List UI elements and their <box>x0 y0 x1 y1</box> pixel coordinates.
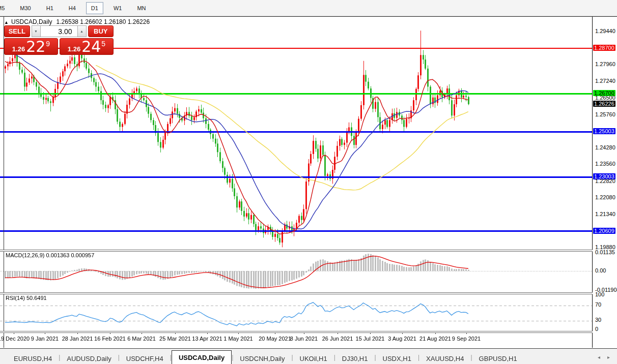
price-tick-label: 1.27960 <box>595 61 615 67</box>
chart-tab-eurusd-h4[interactable]: EURUSD,H4 <box>7 352 59 364</box>
price-level-badge: 1.28700 <box>593 45 615 51</box>
timeframe-button-m30[interactable]: M30 <box>15 2 36 14</box>
tab-scroll-right-icon[interactable]: ▸ <box>607 354 610 360</box>
price-axis: 1.294401.287001.279601.272401.267001.265… <box>593 17 617 348</box>
chart-symbol-period: USDCAD,Daily <box>11 18 52 25</box>
macd-panel-splitter[interactable] <box>0 250 617 252</box>
price-level-badge: 1.20609 <box>593 228 615 234</box>
rsi-tick-label: 70 <box>595 301 601 308</box>
rsi-tick-label: 100 <box>595 291 604 297</box>
rsi-tick-label: 0 <box>595 326 598 332</box>
buy-price-main: 24 <box>81 39 101 54</box>
timeframe-button-h1[interactable]: H1 <box>41 2 59 14</box>
chart-tab-dj30-h1[interactable]: DJ30,H1 <box>335 352 375 364</box>
price-tick-label: 1.26500 <box>595 95 615 101</box>
buy-button[interactable]: BUY <box>88 25 114 37</box>
price-tick-label: 1.22820 <box>595 178 615 184</box>
sell-price-main: 22 <box>26 39 45 54</box>
chart-tab-xauusd-h4[interactable]: XAUUSD,H4 <box>419 352 470 364</box>
rsi-panel-splitter[interactable] <box>0 292 617 294</box>
timeframe-button-d1[interactable]: D1 <box>86 2 103 14</box>
collapse-triangle-icon[interactable]: ▲ <box>4 20 9 25</box>
chart-tab-usdcad-daily[interactable]: USDCAD,Daily <box>172 350 232 364</box>
timeframe-button-mn[interactable]: MN <box>132 2 151 14</box>
price-tick-label: 1.23560 <box>595 161 615 167</box>
macd-indicator-label: MACD(12,26,9) 0.001363 0.000957 <box>6 252 94 258</box>
price-level-badge: 1.26226 <box>593 101 615 107</box>
chart-tab-bar: EURUSD,H4|AUDUSD,Daily|USDCHF,H4|USDCAD,… <box>0 348 617 364</box>
chart-tab-usdcnh-daily[interactable]: USDCNH,Daily <box>233 352 291 364</box>
sell-price-pip: 9 <box>46 40 50 48</box>
timeframe-button-m5[interactable]: M5 <box>0 2 10 14</box>
date-axis-splitter <box>0 331 617 333</box>
chart-tab-ukoil-h1[interactable]: UKOil,H1 <box>293 352 334 364</box>
macd-tick-label: 0.01135 <box>595 249 615 255</box>
volume-decrease-button[interactable]: ▼ <box>32 25 41 37</box>
chart-tab-usdchf-h4[interactable]: USDCHF,H4 <box>120 352 170 364</box>
timeframe-button-w1[interactable]: W1 <box>108 2 127 14</box>
tab-scroll-left-icon[interactable]: ◂ <box>598 354 600 360</box>
price-tick-label: 1.22080 <box>595 194 615 200</box>
macd-tick-label: 0.00 <box>595 267 606 274</box>
buy-price-pip: 5 <box>101 40 105 48</box>
chart-ohlc-values: 1.26538 1.26602 1.26180 1.26226 <box>57 18 150 25</box>
price-level-badge: 1.25003 <box>593 128 615 134</box>
timeframe-toolbar: M5M30H1H4D1W1MN <box>0 0 617 16</box>
chart-left-border <box>4 17 4 348</box>
chart-title: ▲USDCAD,Daily1.26538 1.26602 1.26180 1.2… <box>4 18 150 25</box>
price-tick-label: 1.25760 <box>595 111 615 117</box>
sell-price-prefix: 1.26 <box>12 45 25 53</box>
chart-tab-usdx-h1[interactable]: USDX,H1 <box>376 352 418 364</box>
volume-input[interactable] <box>41 25 77 37</box>
sell-price-box[interactable]: 1.26 22 9 <box>4 38 58 55</box>
price-tick-label: 1.21340 <box>595 211 615 217</box>
chart-tabs: EURUSD,H4|AUDUSD,Daily|USDCHF,H4|USDCAD,… <box>0 349 598 364</box>
price-tick-label: 1.24280 <box>595 144 615 150</box>
chart-tab-gbpusd-h1[interactable]: GBPUSD,H1 <box>472 352 524 364</box>
one-click-trading-panel: SELL ▼ ▲ BUY 1.26 22 9 1.26 24 5 <box>4 25 114 55</box>
volume-increase-button[interactable]: ▲ <box>77 25 87 37</box>
sell-button[interactable]: SELL <box>4 25 30 37</box>
buy-price-prefix: 1.26 <box>68 45 80 53</box>
timeframe-button-h4[interactable]: H4 <box>64 2 81 14</box>
rsi-indicator-label: RSI(14) 50.6491 <box>6 295 47 301</box>
trading-terminal-window: M5M30H1H4D1W1MN ▲USDCAD,Daily1.26538 1.2… <box>0 0 617 364</box>
price-tick-label: 1.29440 <box>595 28 615 34</box>
price-tick-label: 1.27240 <box>595 78 615 84</box>
buy-price-box[interactable]: 1.26 24 5 <box>60 38 114 55</box>
rsi-tick-label: 30 <box>595 317 601 323</box>
chart-tab-audusd-daily[interactable]: AUDUSD,Daily <box>60 352 118 364</box>
